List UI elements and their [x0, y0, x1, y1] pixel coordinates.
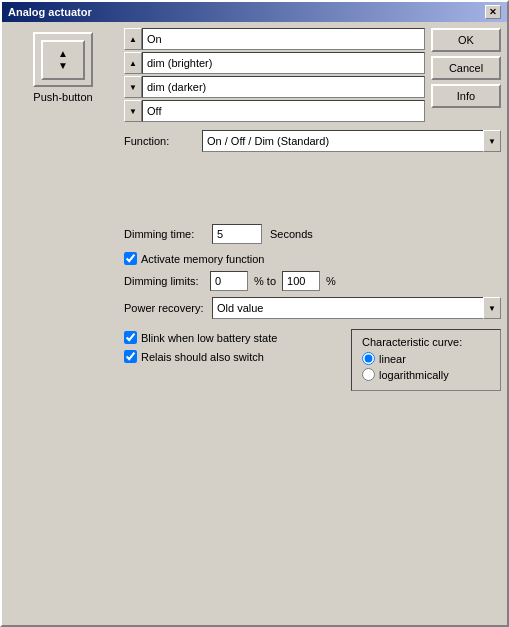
- blink-checkbox-row: Blink when low battery state: [124, 331, 343, 344]
- action-text-3: Off: [142, 100, 425, 122]
- power-recovery-label: Power recovery:: [124, 302, 204, 314]
- log-label: logarithmically: [379, 369, 449, 381]
- close-button[interactable]: ✕: [485, 5, 501, 19]
- dimming-time-row: Dimming time: Seconds: [124, 224, 501, 244]
- arrow-up-icon: ▲: [58, 48, 68, 60]
- action-row-0: ▲ On: [124, 28, 425, 50]
- blink-label: Blink when low battery state: [141, 332, 277, 344]
- memory-checkbox-row: Activate memory function: [124, 252, 501, 265]
- function-select[interactable]: On / Off / Dim (Standard) On / Off Dim o…: [202, 130, 501, 152]
- action-list: ▲ On ▲ dim (brighter) ▼ dim (darker): [124, 28, 425, 122]
- spacer: [124, 158, 501, 218]
- linear-label: linear: [379, 353, 406, 365]
- info-button[interactable]: Info: [431, 84, 501, 108]
- buttons-column: OK Cancel Info: [431, 28, 501, 122]
- blink-checkbox[interactable]: [124, 331, 137, 344]
- function-row: Function: On / Off / Dim (Standard) On /…: [124, 130, 501, 152]
- characteristic-curve-group: Characteristic curve: linear logarithmic…: [351, 329, 501, 391]
- action-text-1: dim (brighter): [142, 52, 425, 74]
- left-panel: ▲ ▼ Push-button: [8, 28, 118, 619]
- relais-checkbox[interactable]: [124, 350, 137, 363]
- arrow-down-icon: ▼: [58, 60, 68, 72]
- action-row-3: ▼ Off: [124, 100, 425, 122]
- bottom-section: Blink when low battery state Relais shou…: [124, 329, 501, 391]
- curve-title: Characteristic curve:: [362, 336, 490, 348]
- memory-checkbox[interactable]: [124, 252, 137, 265]
- relais-label: Relais should also switch: [141, 351, 264, 363]
- action-row-1: ▲ dim (brighter): [124, 52, 425, 74]
- window-title: Analog actuator: [8, 6, 92, 18]
- dimming-time-label: Dimming time:: [124, 228, 204, 240]
- action-arrow-btn-3[interactable]: ▼: [124, 100, 142, 122]
- limits-pct-label: %: [326, 275, 336, 287]
- power-recovery-row: Power recovery: Old value On Off ▼: [124, 297, 501, 319]
- log-radio-row: logarithmically: [362, 368, 490, 381]
- push-button-label: Push-button: [33, 91, 92, 103]
- dimming-time-input[interactable]: [212, 224, 262, 244]
- action-text-0: On: [142, 28, 425, 50]
- relais-checkbox-row: Relais should also switch: [124, 350, 343, 363]
- function-select-wrapper: On / Off / Dim (Standard) On / Off Dim o…: [202, 130, 501, 152]
- ok-button[interactable]: OK: [431, 28, 501, 52]
- limits-from-input[interactable]: [210, 271, 248, 291]
- action-arrow-btn-1[interactable]: ▲: [124, 52, 142, 74]
- title-bar: Analog actuator ✕: [2, 2, 507, 22]
- push-button-icon: ▲ ▼: [33, 32, 93, 87]
- action-arrow-btn-2[interactable]: ▼: [124, 76, 142, 98]
- logarithmically-radio[interactable]: [362, 368, 375, 381]
- function-label: Function:: [124, 135, 194, 147]
- window-body: ▲ ▼ Push-button ▲ On ▲ di: [2, 22, 507, 625]
- limits-to-label: % to: [254, 275, 276, 287]
- power-recovery-select[interactable]: Old value On Off: [212, 297, 501, 319]
- dimming-limits-label: Dimming limits:: [124, 275, 204, 287]
- limits-to-input[interactable]: [282, 271, 320, 291]
- top-row: ▲ On ▲ dim (brighter) ▼ dim (darker): [124, 28, 501, 122]
- action-text-2: dim (darker): [142, 76, 425, 98]
- title-bar-buttons: ✕: [485, 5, 501, 19]
- push-button-inner: ▲ ▼: [41, 40, 85, 80]
- bottom-left: Blink when low battery state Relais shou…: [124, 329, 343, 391]
- memory-label: Activate memory function: [141, 253, 265, 265]
- cancel-button[interactable]: Cancel: [431, 56, 501, 80]
- seconds-label: Seconds: [270, 228, 313, 240]
- linear-radio-row: linear: [362, 352, 490, 365]
- linear-radio[interactable]: [362, 352, 375, 365]
- action-arrow-btn-0[interactable]: ▲: [124, 28, 142, 50]
- main-window: Analog actuator ✕ ▲ ▼ Push-button: [0, 0, 509, 627]
- action-row-2: ▼ dim (darker): [124, 76, 425, 98]
- power-select-wrapper: Old value On Off ▼: [212, 297, 501, 319]
- dimming-limits-row: Dimming limits: % to %: [124, 271, 501, 291]
- right-panel: ▲ On ▲ dim (brighter) ▼ dim (darker): [124, 28, 501, 619]
